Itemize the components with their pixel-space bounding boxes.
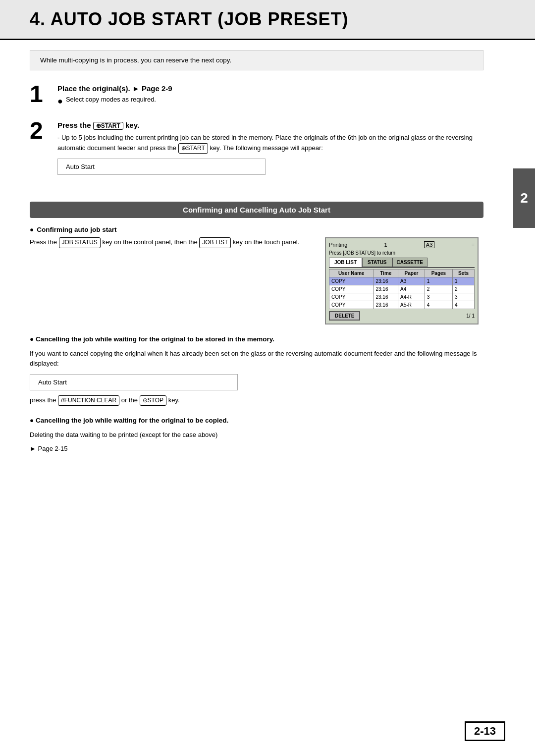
row-time: 23:16	[374, 277, 398, 285]
row-sets: 1	[452, 277, 474, 285]
row-name: COPY	[329, 293, 374, 301]
page-wrapper: 4. AUTO JOB START (JOB PRESET) 2 While m…	[0, 0, 535, 756]
touch-panel-container: Printing 1 A3 ≡ Press [JOB STATUS] to re…	[325, 237, 483, 324]
step-1-title: Place the original(s). ► Page 2-9	[57, 84, 483, 93]
confirming-subtitle: ● Confirming auto job start	[30, 226, 483, 233]
step-1-bullet: ● Select copy modes as required.	[57, 96, 483, 107]
col-time: Time	[374, 270, 398, 277]
step-2-content: Press the ⊕START key. - Up to 5 jobs inc…	[57, 119, 483, 180]
tab-job-list[interactable]: JOB LIST	[329, 258, 362, 267]
table-row: COPY 23:16 A5-R 4 4	[329, 301, 475, 309]
row-time: 23:16	[374, 301, 398, 309]
side-tab-number: 2	[520, 190, 528, 206]
message-box-text: Auto Start	[66, 163, 95, 170]
start-key-body: ⊕START	[178, 143, 208, 154]
row-time: 23:16	[374, 285, 398, 293]
panel-table-header-row: User Name Time Paper Pages Sets	[329, 270, 475, 277]
intro-text: While multi-copying is in process, you c…	[40, 56, 231, 64]
col-username: User Name	[329, 270, 374, 277]
panel-tab-bar: JOB LIST STATUS CASSETTE	[329, 258, 475, 268]
side-tab: 2	[513, 168, 535, 228]
row-name: COPY	[329, 285, 374, 293]
delete-button[interactable]: DELETE	[329, 311, 360, 321]
row-paper: A3	[398, 277, 425, 285]
intro-box: While multi-copying is in process, you c…	[30, 50, 483, 70]
step-1-content: Place the original(s). ► Page 2-9 ● Sele…	[57, 82, 483, 109]
function-clear-key: //FUNCTION CLEAR	[58, 395, 119, 406]
tab-cassette[interactable]: CASSETTE	[392, 258, 428, 267]
panel-page-num: 1	[384, 242, 387, 248]
table-row: COPY 23:16 A4 2 2	[329, 285, 475, 293]
cancel-copied-title: ● Cancelling the job while waiting for t…	[30, 416, 483, 426]
cancel-copied-body: Deleting the data waiting to be printed …	[30, 430, 483, 440]
row-paper: A5-R	[398, 301, 425, 309]
cancel-memory-title-text: Cancelling the job while waiting for the…	[36, 335, 274, 343]
cancel-memory-press: press the //FUNCTION CLEAR or the ⊙STOP …	[30, 395, 483, 406]
touch-panel: Printing 1 A3 ≡ Press [JOB STATUS] to re…	[325, 237, 479, 324]
panel-printing-text: Printing	[329, 242, 347, 248]
table-row: COPY 23:16 A3 1 1	[329, 277, 475, 285]
confirming-two-col: Press the JOB STATUS key on the control …	[30, 237, 483, 324]
row-paper: A4-R	[398, 293, 425, 301]
step-1-page-ref: ► Page 2-9	[132, 84, 172, 93]
row-name: COPY	[329, 301, 374, 309]
col-paper: Paper	[398, 270, 425, 277]
page-header: 4. AUTO JOB START (JOB PRESET)	[0, 0, 535, 40]
message-box-cancel: Auto Start	[30, 374, 238, 390]
confirming-body: Press the JOB STATUS key on the control …	[30, 237, 310, 248]
bars-icon: ≡	[472, 242, 475, 248]
panel-footer: DELETE 1/ 1	[329, 311, 475, 321]
row-pages: 3	[425, 293, 452, 301]
step-1-bullet-text: Select copy modes as required.	[66, 96, 156, 103]
table-row: COPY 23:16 A4-R 3 3	[329, 293, 475, 301]
step-2: 2 Press the ⊕START key. - Up to 5 jobs i…	[30, 119, 483, 180]
cancel-copied-section: ● Cancelling the job while waiting for t…	[30, 416, 483, 454]
cancel-memory-title: ● Cancelling the job while waiting for t…	[30, 334, 483, 344]
panel-header: Printing 1 A3 ≡	[329, 241, 475, 248]
cancel-memory-section: ● Cancelling the job while waiting for t…	[30, 334, 483, 406]
panel-paper-size: A3	[424, 241, 434, 248]
row-sets: 2	[452, 285, 474, 293]
step-1-number: 1	[30, 82, 50, 106]
row-pages: 1	[425, 277, 452, 285]
page-number: 2-13	[465, 721, 505, 741]
cancel-memory-body: If you want to cancel copying the origin…	[30, 349, 483, 370]
confirming-subsection: ● Confirming auto job start Press the JO…	[30, 226, 483, 324]
panel-table: User Name Time Paper Pages Sets COPY	[329, 269, 475, 309]
row-pages: 2	[425, 285, 452, 293]
arrow-icon: ►	[30, 445, 36, 452]
row-sets: 4	[452, 301, 474, 309]
job-status-key: JOB STATUS	[59, 237, 101, 248]
page-indicator: 1/ 1	[466, 313, 475, 319]
cancel-copied-page: Page 2-15	[38, 445, 68, 452]
confirming-subtitle-text: Confirming auto job start	[37, 226, 116, 233]
main-content: While multi-copying is in process, you c…	[0, 40, 513, 478]
cancel-copied-pageref: ► Page 2-15	[30, 444, 483, 454]
panel-press-return: Press [JOB STATUS] to return	[329, 250, 475, 256]
bullet-dot-icon: ●	[57, 96, 63, 107]
tab-status[interactable]: STATUS	[362, 258, 392, 267]
row-time: 23:16	[374, 293, 398, 301]
job-list-key: JOB LIST	[199, 237, 231, 248]
row-name: COPY	[329, 277, 374, 285]
confirming-bullet-dot: ●	[30, 226, 34, 233]
cancel-memory-bullet: ●	[30, 335, 34, 343]
page-title: 4. AUTO JOB START (JOB PRESET)	[30, 9, 505, 30]
cancel-copied-bullet: ●	[30, 417, 34, 424]
step-2-body: - Up to 5 jobs including the current pri…	[57, 133, 483, 154]
message-box-cancel-text: Auto Start	[38, 378, 67, 386]
stop-key: ⊙STOP	[140, 395, 166, 406]
confirming-left-col: Press the JOB STATUS key on the control …	[30, 237, 310, 248]
section-header-text: Confirming and Cancelling Auto Job Start	[183, 206, 330, 214]
step-1-title-text: Place the original(s).	[57, 84, 130, 93]
step-2-number: 2	[30, 119, 50, 143]
message-box-auto-start: Auto Start	[57, 159, 266, 175]
row-sets: 3	[452, 293, 474, 301]
cancel-copied-title-text: Cancelling the job while waiting for the…	[36, 417, 228, 424]
step-2-title: Press the ⊕START key.	[57, 121, 483, 130]
start-key-title: ⊕START	[93, 122, 123, 130]
step-2-title-text: Press the ⊕START key.	[57, 121, 139, 129]
step-1: 1 Place the original(s). ► Page 2-9 ● Se…	[30, 82, 483, 109]
col-sets: Sets	[452, 270, 474, 277]
col-pages: Pages	[425, 270, 452, 277]
